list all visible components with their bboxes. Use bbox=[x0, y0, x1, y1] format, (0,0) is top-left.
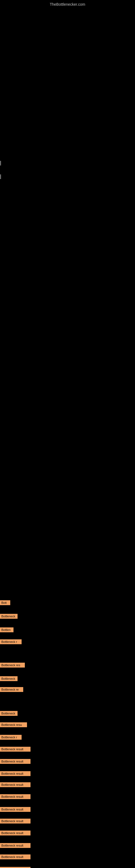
bottleneck-result-label: Bottleneck result bbox=[0, 782, 31, 787]
bottleneck-result-label: Bott bbox=[0, 600, 10, 605]
list-item: Bottleneck result bbox=[0, 770, 31, 777]
list-item: Bottleneck result bbox=[0, 854, 31, 860]
bottleneck-result-label: Bottleneck result bbox=[0, 759, 31, 764]
bottleneck-result-label: Bottleneck result bbox=[0, 794, 31, 799]
list-item: Bottleneck result bbox=[0, 830, 31, 836]
list-item: Bott bbox=[0, 599, 10, 606]
bottleneck-result-label: Bottleneck re bbox=[0, 687, 23, 692]
bottleneck-result-label: Bottlen bbox=[0, 627, 13, 632]
list-item: Bottleneck result bbox=[0, 746, 31, 752]
bottleneck-result-label: Bottleneck bbox=[0, 676, 17, 681]
list-item: Bottleneck re bbox=[0, 686, 23, 692]
list-item: Bottleneck r bbox=[0, 639, 21, 645]
bottleneck-result-label: Bottleneck result bbox=[0, 867, 31, 868]
cursor-indicator: | bbox=[0, 160, 1, 166]
list-item: Bottleneck bbox=[0, 710, 17, 716]
bottleneck-result-label: Bottleneck r bbox=[0, 735, 21, 740]
bottleneck-result-label: Bottleneck result bbox=[0, 747, 31, 752]
bottleneck-result-label: Bottleneck resu bbox=[0, 722, 27, 727]
list-item: Bottlen bbox=[0, 627, 13, 633]
list-item: Bottleneck result bbox=[0, 818, 31, 824]
list-item: Bottleneck resu bbox=[0, 721, 27, 728]
list-item: Bottleneck result bbox=[0, 781, 31, 788]
list-item: Bottleneck result bbox=[0, 842, 31, 848]
bottleneck-result-label: Bottleneck result bbox=[0, 807, 31, 812]
list-item: Bottleneck result bbox=[0, 794, 31, 800]
list-item: Bottleneck bbox=[0, 613, 17, 619]
bottleneck-result-label: Bottleneck result bbox=[0, 843, 31, 848]
list-item: Bottleneck bbox=[0, 675, 17, 682]
bottleneck-result-label: Bottleneck bbox=[0, 711, 17, 716]
bottleneck-result-label: Bottleneck bbox=[0, 614, 17, 619]
list-item: Bottleneck res bbox=[0, 662, 25, 668]
bottleneck-result-label: Bottleneck result bbox=[0, 855, 31, 859]
bottleneck-result-label: Bottleneck result bbox=[0, 831, 31, 835]
bottleneck-result-label: Bottleneck result bbox=[0, 771, 31, 776]
bottleneck-result-label: Bottleneck r bbox=[0, 639, 21, 644]
bottleneck-result-label: Bottleneck res bbox=[0, 663, 25, 668]
bottleneck-result-label: Bottleneck result bbox=[0, 818, 31, 824]
cursor-indicator: | bbox=[0, 174, 1, 179]
list-item: Bottleneck result bbox=[0, 758, 31, 764]
list-item: Bottleneck result bbox=[0, 866, 31, 868]
site-title: TheBottlenecker.com bbox=[50, 0, 85, 6]
list-item: Bottleneck result bbox=[0, 806, 31, 812]
list-item: Bottleneck r bbox=[0, 734, 21, 740]
